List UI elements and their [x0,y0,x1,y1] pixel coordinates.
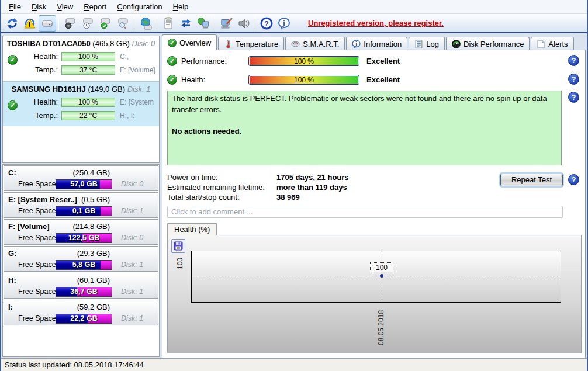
toolbar-separator [255,16,255,30]
tab-temperature[interactable]: Temperature [218,37,284,50]
partition-row-e[interactable]: E: [System Reser..] (0,5 GB) Free Space … [4,192,158,218]
network-computer-icon[interactable] [195,15,212,32]
overview-ok-icon: ✓ [168,39,177,47]
disk-temp-row: Temp.: 22 °C H:, I: [3,109,159,122]
health-bar: 100 % [61,52,115,61]
disk-size: (149,0 GB) [88,85,125,93]
info-row-lifetime: Estimated remaining lifetime: more than … [167,182,349,192]
tab-information[interactable]: i Information [346,37,407,50]
temp-label: Temp.: [3,65,61,74]
info-icon[interactable]: i [275,15,293,32]
disk-size: (465,8 GB) [92,39,130,48]
partition-name: C: [8,168,16,177]
chart-ytick-100: 100 [176,258,184,269]
toolbar-separator [134,16,134,30]
disk-health-row: Health: 100 % C:, [3,50,159,63]
partition-disk: Disk: 1 [121,261,143,269]
health-help-icon[interactable]: ? [568,74,579,85]
save-chart-button[interactable] [171,239,185,253]
disk-item-samsung[interactable]: SAMSUNG HD161HJ (149,0 GB) Disk: 1 ✓ Hea… [3,81,159,126]
toolbar: ? i Unregistered version, please registe… [1,14,587,33]
info-label: Estimated remaining lifetime: [167,182,276,192]
partition-list: C: (250,4 GB) Free Space 57,0 GB Disk: 0… [2,164,160,357]
free-space-label: Free Space [18,261,56,269]
report-icon[interactable] [160,15,177,32]
tab-alerts[interactable]: Alerts [531,37,573,50]
info-label: Power on time: [167,172,276,182]
refresh-icon[interactable] [4,15,21,32]
toolbar-separator [215,16,215,30]
app-window: File Disk View Report Configuration Help [0,0,588,371]
health-row: ✓ Health: 100 % Excellent [167,74,400,85]
repeat-test-help-icon[interactable]: ? [568,174,579,185]
status-bar-text: Status last updated: 08.05.2018 17:46:44 [5,360,144,369]
info-row-power-on: Power on time: 1705 days, 21 hours [167,172,349,182]
tab-overview[interactable]: ✓ Overview [162,34,217,50]
svg-text:?: ? [264,19,268,27]
tab-disk-performance[interactable]: Disk Performance [446,37,530,50]
log-icon [414,40,423,48]
disk-sound-icon[interactable] [61,15,79,32]
partition-row-c[interactable]: C: (250,4 GB) Free Space 57,0 GB Disk: 0 [4,165,158,191]
partition-size: (214,8 GB) [72,222,110,231]
disk-ok-icon[interactable] [96,15,114,32]
partition-row-f[interactable]: F: [Volume] (214,8 GB) Free Space 122,5 … [4,219,158,245]
partition-disk: Disk: 1 [121,207,143,215]
chart-tab-health[interactable]: Health (%) [167,223,217,235]
disk-clock-icon[interactable] [79,15,96,32]
partition-disk: Disk: 1 [121,287,143,296]
content-area: ✓ Overview Temperature S.M.A.R.T. i Info… [162,34,586,358]
health-rating: Excellent [366,75,400,84]
partition-row-g[interactable]: G: (29,3 GB) Free Space 5,8 GB Disk: 1 [4,246,158,272]
menu-report[interactable]: Report [78,1,112,13]
menu-file[interactable]: File [4,1,26,13]
globe-disk-icon[interactable] [137,15,154,32]
disk-icon[interactable] [39,15,56,32]
partition-row-i[interactable]: I: (59,2 GB) Free Space 22,2 GB Disk: 1 [4,300,158,325]
sound-icon[interactable] [235,15,253,32]
partition-size: (59,2 GB) [77,303,110,311]
partition-name: E: [System Reser..] [8,195,77,204]
menu-disk[interactable]: Disk [26,1,51,13]
main-area: TOSHIBA DT01ACA050 (465,8 GB) Disk: 0 ✓ … [1,34,587,358]
disk-item-toshiba[interactable]: TOSHIBA DT01ACA050 (465,8 GB) Disk: 0 ✓ … [3,36,159,81]
tab-label: S.M.A.R.T. [303,40,339,48]
disk-partitions: E: [System Re [120,98,156,106]
test-hardware-icon[interactable] [217,15,235,32]
tab-label: Alerts [548,40,568,48]
repeat-test-button[interactable]: Repeat Test [500,174,563,186]
menu-configuration[interactable]: Configuration [112,1,167,13]
disk-title: TOSHIBA DT01ACA050 (465,8 GB) Disk: 0 [3,38,159,50]
chart-gridline-100 [192,276,561,276]
partition-size: (29,3 GB) [77,249,110,258]
disk-name: SAMSUNG HD161HJ [12,85,86,93]
free-space-label: Free Space [18,314,56,323]
performance-ok-icon: ✓ [167,56,177,66]
performance-help-icon[interactable]: ? [568,55,579,66]
smart-gauge-icon [291,40,300,48]
floppy-save-icon [174,241,183,251]
free-space-label: Free Space [18,234,56,242]
tab-label: Log [426,40,439,48]
temp-bar: 37 °C [61,65,115,75]
register-notice-link[interactable]: Unregistered version, please register. [308,19,444,27]
info-row-start-stop: Total start/stop count: 38 969 [167,192,349,202]
thermometer-icon [224,40,233,48]
disk-partitions: C:, [120,53,129,61]
tab-log[interactable]: Log [409,37,445,50]
partition-size: (0,5 GB) [81,195,110,204]
status-help-icon[interactable]: ? [568,92,579,103]
help-icon[interactable]: ? [258,15,275,32]
tab-smart[interactable]: S.M.A.R.T. [285,37,345,50]
comment-input[interactable] [167,206,563,218]
partition-row-h[interactable]: H: (60,1 GB) Free Space 36,7 GB Disk: 1 [4,273,158,299]
refresh-warning-icon[interactable] [21,15,39,32]
menu-help[interactable]: Help [168,1,194,13]
sync-icon[interactable] [177,15,195,32]
menu-view[interactable]: View [51,1,78,13]
tab-label: Temperature [236,40,278,48]
disk-search-icon[interactable] [114,15,132,32]
disk-name: TOSHIBA DT01ACA050 [7,39,91,48]
disk-health-row: Health: 100 % E: [System Re [3,95,159,109]
chart-data-point[interactable] [380,274,383,278]
